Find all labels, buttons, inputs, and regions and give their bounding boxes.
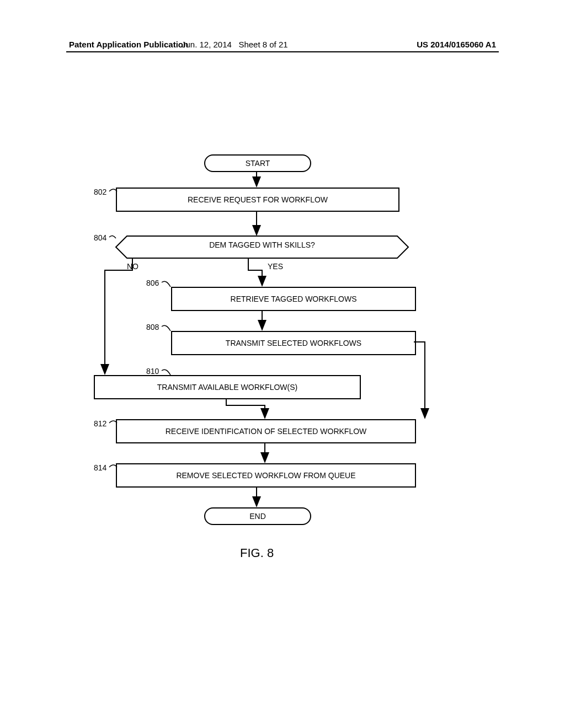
process-808: TRANSMIT SELECTED WORKFLOWS [171, 331, 416, 355]
header-rule [66, 51, 499, 52]
terminator-end: END [204, 507, 311, 525]
process-802: RECEIVE REQUEST FOR WORKFLOW [116, 188, 399, 212]
process-812: RECEIVE IDENTIFICATION OF SELECTED WORKF… [116, 419, 416, 443]
header-date: Jun. 12, 2014 [182, 40, 232, 49]
ref-806: 806 [146, 279, 159, 287]
header-date-sheet: Jun. 12, 2014 Sheet 8 of 21 [182, 40, 288, 49]
ref-804: 804 [94, 233, 106, 242]
ref-810: 810 [146, 367, 159, 376]
ref-814: 814 [94, 463, 106, 472]
decision-804-text: DEM TAGGED WITH SKILLS? [116, 240, 408, 249]
process-814: REMOVE SELECTED WORKFLOW FROM QUEUE [116, 463, 416, 488]
flowchart-canvas: START RECEIVE REQUEST FOR WORKFLOW 802 D… [83, 154, 482, 574]
header-pubno: US 2014/0165060 A1 [417, 40, 496, 49]
header-publication: Patent Application Publication [69, 40, 188, 49]
ref-808: 808 [146, 323, 159, 331]
figure-caption: FIG. 8 [240, 546, 274, 560]
ref-802: 802 [94, 188, 106, 196]
header-sheet: Sheet 8 of 21 [238, 40, 287, 49]
process-806: RETRIEVE TAGGED WORKFLOWS [171, 287, 416, 311]
branch-yes: YES [268, 262, 283, 271]
ref-812: 812 [94, 419, 106, 428]
branch-no: NO [127, 262, 138, 271]
terminator-start: START [204, 154, 311, 172]
process-810: TRANSMIT AVAILABLE WORKFLOW(S) [94, 375, 361, 399]
